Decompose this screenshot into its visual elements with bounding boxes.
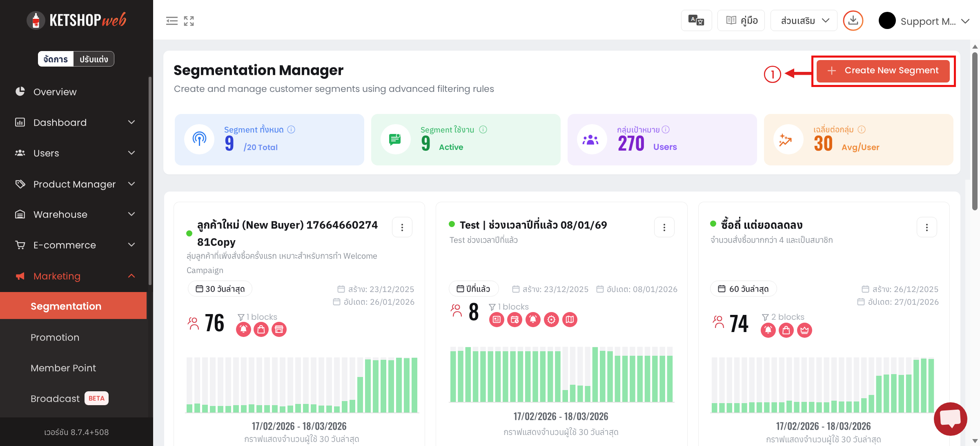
svg-text:A: A (691, 16, 695, 22)
